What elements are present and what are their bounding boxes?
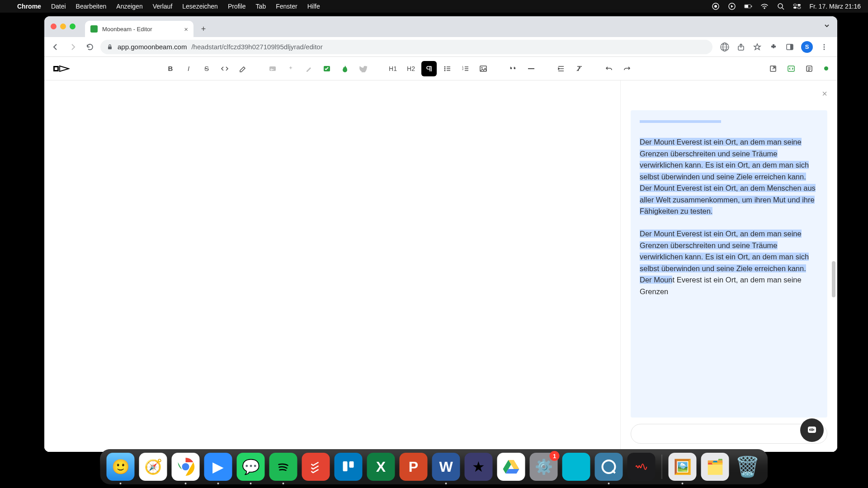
panel-scrollbar[interactable]: [832, 117, 835, 297]
numbered-list-button[interactable]: 12: [458, 61, 473, 76]
italic-button[interactable]: I: [181, 61, 196, 76]
dock-preview[interactable]: 🖼️: [669, 453, 697, 481]
svg-rect-7: [793, 4, 797, 6]
browser-tab[interactable]: Moonbeam - Editor ×: [85, 21, 193, 37]
code-button[interactable]: [217, 61, 232, 76]
svg-point-6: [778, 4, 783, 8]
menu-hilfe[interactable]: Hilfe: [307, 3, 320, 10]
window-close-button[interactable]: [51, 23, 57, 29]
menu-anzeigen[interactable]: Anzeigen: [116, 3, 142, 10]
dock-whatsapp[interactable]: 💬: [237, 453, 265, 481]
dock-quicktime[interactable]: [595, 453, 623, 481]
dock-app-teal[interactable]: [562, 453, 590, 481]
dock-spotify[interactable]: [269, 453, 297, 481]
menu-fenster[interactable]: Fenster: [276, 3, 297, 10]
ai-undo-button[interactable]: [265, 61, 280, 76]
dock-excel[interactable]: X: [367, 453, 395, 481]
menu-bearbeiten[interactable]: Bearbeiten: [76, 3, 107, 10]
new-tab-button[interactable]: +: [197, 23, 210, 35]
heading2-button[interactable]: H2: [403, 61, 419, 76]
paragraph-button[interactable]: [421, 61, 437, 76]
tabs-dropdown-icon[interactable]: [824, 23, 830, 29]
dock-word[interactable]: W: [432, 453, 460, 481]
intercom-chat-button[interactable]: [800, 418, 824, 442]
outline-panel-button[interactable]: [802, 61, 817, 76]
nav-forward-button[interactable]: [66, 40, 80, 54]
panel-close-icon[interactable]: ×: [822, 89, 827, 99]
dock-trash[interactable]: 🗑️: [734, 453, 762, 481]
strikethrough-button[interactable]: S: [199, 61, 214, 76]
profile-avatar[interactable]: S: [801, 41, 813, 53]
svg-point-25: [444, 68, 446, 69]
quote-button[interactable]: [505, 61, 521, 76]
code-export-button[interactable]: [783, 61, 799, 76]
moonbeam-logo-icon[interactable]: [53, 63, 70, 74]
control-center-icon[interactable]: [793, 2, 801, 10]
nav-reload-button[interactable]: [83, 40, 97, 54]
svg-point-30: [481, 67, 483, 68]
dock-screenshot-folder[interactable]: 🗂️: [701, 453, 729, 481]
side-panel-icon[interactable]: [785, 42, 795, 52]
menu-profile[interactable]: Profile: [228, 3, 246, 10]
share-icon[interactable]: [736, 42, 746, 52]
menu-lesezeichen[interactable]: Lesezeichen: [182, 3, 218, 10]
nav-back-button[interactable]: [49, 40, 62, 54]
macos-menubar: Chrome Datei Bearbeiten Anzeigen Verlauf…: [0, 0, 868, 13]
extensions-icon[interactable]: [769, 42, 778, 52]
bold-button[interactable]: B: [163, 61, 178, 76]
highlight-button[interactable]: [235, 61, 250, 76]
svg-rect-11: [108, 47, 112, 49]
redo-button[interactable]: [619, 61, 635, 76]
screen-record-icon[interactable]: [712, 2, 720, 10]
dock-todoist[interactable]: [302, 453, 330, 481]
svg-rect-10: [797, 7, 801, 9]
dock-safari[interactable]: 🧭: [139, 453, 167, 481]
tab-close-icon[interactable]: ×: [184, 25, 188, 33]
flame-icon[interactable]: [337, 61, 353, 76]
dock-powerpoint[interactable]: P: [400, 453, 428, 481]
dock-zoom[interactable]: ▶: [204, 453, 232, 481]
heading1-button[interactable]: H1: [385, 61, 401, 76]
battery-icon[interactable]: [744, 2, 752, 10]
menubar-clock[interactable]: Fr. 17. März 21:16: [809, 3, 861, 10]
ai-checklist-icon[interactable]: [319, 61, 335, 76]
indent-button[interactable]: [553, 61, 569, 76]
svg-rect-4: [745, 5, 749, 8]
bookmark-star-icon[interactable]: [752, 42, 762, 52]
wifi-icon[interactable]: [760, 2, 769, 10]
address-bar[interactable]: app.gomoonbeam.com/headstart/clfczd39h02…: [100, 40, 712, 54]
google-translate-icon[interactable]: [720, 42, 730, 52]
menubar-app-name[interactable]: Chrome: [17, 3, 41, 10]
menu-tab[interactable]: Tab: [256, 3, 266, 10]
clear-format-button[interactable]: [571, 61, 587, 76]
dock-finder[interactable]: 🙂: [107, 453, 135, 481]
menu-datei[interactable]: Datei: [51, 3, 66, 10]
window-minimize-button[interactable]: [60, 23, 66, 29]
chrome-menu-icon[interactable]: [819, 42, 829, 52]
dock-googledrive[interactable]: [497, 453, 525, 481]
twitter-icon[interactable]: [355, 61, 371, 76]
dock-trello[interactable]: [335, 453, 363, 481]
panel-chat-input[interactable]: [631, 424, 827, 444]
svg-rect-5: [751, 6, 752, 7]
dock-imovie[interactable]: ★: [465, 453, 493, 481]
undo-button[interactable]: [601, 61, 617, 76]
svg-point-1: [714, 5, 717, 8]
bullet-list-button[interactable]: [439, 61, 455, 76]
dock-chrome[interactable]: [172, 453, 200, 481]
dock-voicememos[interactable]: [627, 453, 656, 481]
svg-text:2: 2: [462, 68, 464, 70]
editor-canvas[interactable]: [44, 80, 620, 452]
export-button[interactable]: [765, 61, 781, 76]
sparkle-icon[interactable]: [283, 61, 298, 76]
divider-button[interactable]: [524, 61, 539, 76]
svg-rect-16: [790, 44, 793, 50]
dock-settings[interactable]: ⚙️1: [530, 453, 558, 481]
image-button[interactable]: [476, 61, 491, 76]
edit-pencil-icon[interactable]: [301, 61, 316, 76]
panel-text-content[interactable]: Der Mount Everest ist ein Ort, an dem ma…: [631, 110, 827, 418]
playback-icon[interactable]: [728, 2, 736, 10]
search-icon[interactable]: [777, 2, 785, 10]
menu-verlauf[interactable]: Verlauf: [153, 3, 173, 10]
window-maximize-button[interactable]: [70, 23, 75, 29]
